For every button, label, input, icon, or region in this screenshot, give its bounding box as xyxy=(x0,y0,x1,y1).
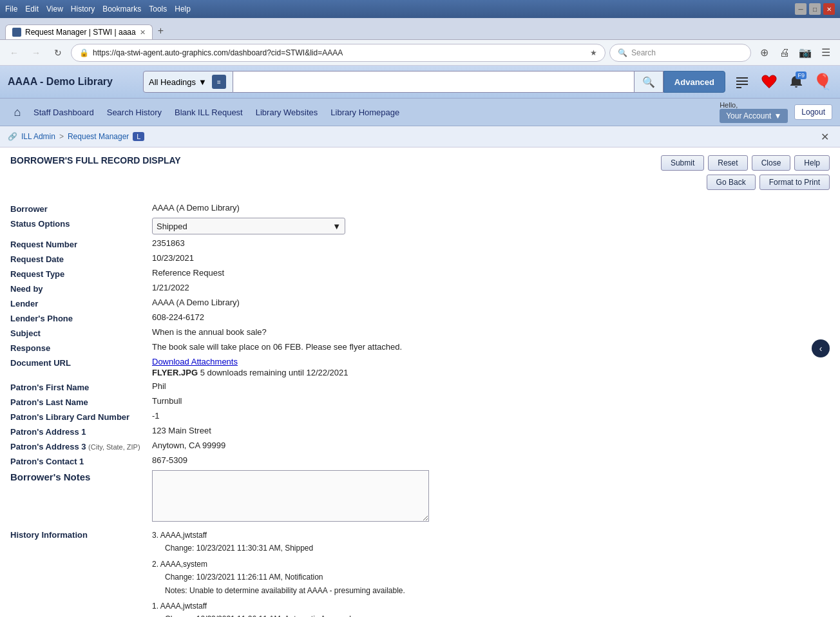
main-content: BORROWER'S FULL RECORD DISPLAY Submit Re… xyxy=(0,147,840,617)
screenshot-button[interactable]: 📷 xyxy=(796,44,814,62)
menu-edit[interactable]: Edit xyxy=(25,5,39,14)
window-controls[interactable]: ─ □ ✕ xyxy=(795,3,835,15)
minimize-button[interactable]: ─ xyxy=(795,3,807,15)
svg-rect-1 xyxy=(736,81,748,82)
list-view-icon[interactable] xyxy=(732,71,752,92)
response-label: Response xyxy=(10,342,152,353)
logout-button[interactable]: Logout xyxy=(794,104,832,120)
notifications-icon[interactable]: F9 xyxy=(786,71,807,92)
request-date-row: Request Date 10/23/2021 xyxy=(10,253,830,264)
reload-button[interactable]: ↻ xyxy=(49,44,67,62)
menu-help[interactable]: Help xyxy=(175,5,191,14)
forward-button[interactable]: → xyxy=(27,44,45,62)
new-tab-button[interactable]: + xyxy=(153,23,169,39)
close-window-button[interactable]: ✕ xyxy=(823,3,835,15)
patron-addr1-label: Patron's Address 1 xyxy=(10,426,152,437)
status-options-value: Shipped ▼ xyxy=(152,218,830,234)
back-button[interactable]: ← xyxy=(5,44,23,62)
request-number-label: Request Number xyxy=(10,238,152,249)
submit-button[interactable]: Submit xyxy=(661,155,704,171)
status-options-label: Status Options xyxy=(10,218,152,229)
search-history-link[interactable]: Search History xyxy=(100,105,168,120)
browser-menu[interactable]: File Edit View History Bookmarks Tools H… xyxy=(5,5,191,14)
svg-rect-3 xyxy=(736,87,741,88)
help-button[interactable]: Help xyxy=(794,155,830,171)
patron-last-value: Turnbull xyxy=(152,396,830,406)
request-number-row: Request Number 2351863 xyxy=(10,238,830,249)
borrowers-notes-textarea[interactable] xyxy=(152,470,429,522)
menu-history[interactable]: History xyxy=(71,5,95,14)
form-table: Borrower AAAA (A Demo Library) Status Op… xyxy=(10,203,830,617)
side-arrow-button[interactable]: ‹ xyxy=(812,339,830,357)
need-by-value: 1/21/2022 xyxy=(152,283,830,292)
document-url-label: Document URL xyxy=(10,357,152,368)
document-url-row: Document URL Download Attachments FLYER.… xyxy=(10,357,830,377)
subject-row: Subject When is the annual book sale? xyxy=(10,327,830,338)
advanced-button[interactable]: Advanced xyxy=(663,71,725,93)
menu-tools[interactable]: Tools xyxy=(149,5,167,14)
history-block: 3. AAAA,jwtstaff Change: 10/23/2021 11:3… xyxy=(152,529,830,617)
request-number-value: 2351863 xyxy=(152,238,830,248)
patron-contact1-value: 867-5309 xyxy=(152,455,830,465)
borrowers-notes-row: Borrower's Notes xyxy=(10,470,830,524)
favorites-icon[interactable] xyxy=(759,71,779,92)
print-button[interactable]: 🖨 xyxy=(776,44,794,62)
browser-search-bar[interactable]: 🔍 Search xyxy=(609,44,751,62)
breadcrumb-icon: 🔗 xyxy=(8,132,17,141)
reset-button[interactable]: Reset xyxy=(708,155,747,171)
header-right: F9 🎈 xyxy=(732,71,832,92)
search-button[interactable]: 🔍 xyxy=(635,71,663,93)
your-account-button[interactable]: Your Account ▼ xyxy=(720,109,788,123)
patron-last-row: Patron's Last Name Turnbull xyxy=(10,396,830,407)
tab-label: Request Manager | STWI | aaaa xyxy=(25,28,136,37)
tab-favicon xyxy=(12,28,21,37)
patron-addr1-row: Patron's Address 1 123 Main Street xyxy=(10,426,830,437)
url-bar[interactable]: 🔒 https://qa-stwi-agent.auto-graphics.co… xyxy=(71,44,606,62)
svg-rect-2 xyxy=(736,84,748,85)
menu-bookmarks[interactable]: Bookmarks xyxy=(102,5,141,14)
library-websites-link[interactable]: Library Websites xyxy=(249,105,325,120)
status-select-dropdown[interactable]: Shipped ▼ xyxy=(152,218,345,234)
patron-contact1-label: Patron's Contact 1 xyxy=(10,455,152,466)
extensions-button[interactable]: ⊕ xyxy=(755,44,773,62)
patron-addr1-value: 123 Main Street xyxy=(152,426,830,435)
search-text-input[interactable] xyxy=(238,77,629,87)
menu-file[interactable]: File xyxy=(5,5,17,14)
blank-ill-request-link[interactable]: Blank ILL Request xyxy=(168,105,249,120)
request-type-row: Request Type Reference Request xyxy=(10,268,830,279)
library-homepage-link[interactable]: Library Homepage xyxy=(324,105,406,120)
history-1-change: Change: 10/23/2021 11:26:11 AM, Automati… xyxy=(152,612,830,617)
active-tab[interactable]: Request Manager | STWI | aaaa ✕ xyxy=(5,24,153,39)
request-date-value: 10/23/2021 xyxy=(152,253,830,263)
breadcrumb-close-button[interactable]: ✕ xyxy=(817,129,832,144)
ill-admin-link[interactable]: ILL Admin xyxy=(21,132,55,141)
history-3-num: 3. xyxy=(152,531,158,540)
staff-dashboard-link[interactable]: Staff Dashboard xyxy=(27,105,100,120)
borrowers-notes-label: Borrower's Notes xyxy=(10,470,152,482)
download-attachments-link[interactable]: Download Attachments xyxy=(152,357,238,366)
menu-button[interactable]: ☰ xyxy=(817,44,835,62)
nav-bar: ⌂ Staff Dashboard Search History Blank I… xyxy=(0,99,840,126)
request-manager-link[interactable]: Request Manager xyxy=(68,132,129,141)
patron-addr3-label: Patron's Address 3 (City, State, ZIP) xyxy=(10,441,152,451)
app-title: AAAA - Demo Library xyxy=(8,76,137,88)
format-to-print-button[interactable]: Format to Print xyxy=(759,175,830,190)
close-button[interactable]: Close xyxy=(752,155,791,171)
lenders-phone-row: Lender's Phone 608-224-6172 xyxy=(10,312,830,323)
maximize-button[interactable]: □ xyxy=(809,3,821,15)
action-buttons-row2: Go Back Format to Print xyxy=(661,175,830,190)
need-by-row: Need by 1/21/2022 xyxy=(10,283,830,294)
status-selected-value: Shipped xyxy=(157,222,187,231)
search-input[interactable] xyxy=(233,71,635,93)
home-nav-button[interactable]: ⌂ xyxy=(8,102,27,122)
patron-first-row: Patron's First Name Phil xyxy=(10,381,830,392)
balloon-icon[interactable]: 🎈 xyxy=(813,73,832,91)
nav-right: Hello, Your Account ▼ Logout xyxy=(720,101,832,123)
account-dropdown-icon: ▼ xyxy=(774,111,781,120)
menu-view[interactable]: View xyxy=(46,5,63,14)
go-back-button[interactable]: Go Back xyxy=(707,175,756,190)
tab-close-button[interactable]: ✕ xyxy=(140,28,146,37)
request-type-value: Reference Request xyxy=(152,268,830,278)
patron-addr3-note: (City, State, ZIP) xyxy=(88,443,140,451)
headings-dropdown[interactable]: All Headings ▼ ≡ xyxy=(143,71,233,93)
